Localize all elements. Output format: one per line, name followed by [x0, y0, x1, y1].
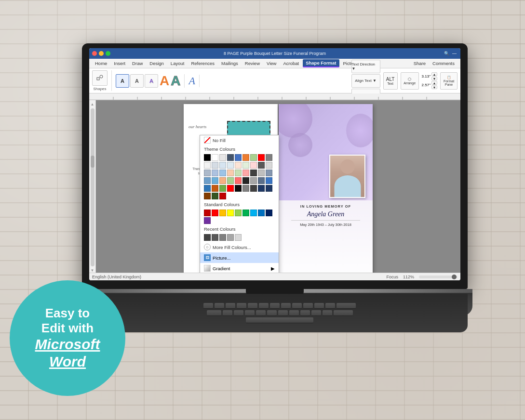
minimize-icon[interactable]: —	[452, 51, 457, 56]
alt-text-button[interactable]: ALT Text	[383, 72, 398, 90]
color-swatch[interactable]	[258, 162, 265, 169]
menu-references[interactable]: References	[188, 60, 217, 67]
color-swatch[interactable]	[266, 170, 272, 176]
format-pane-button[interactable]: 📋 Format Pane	[440, 72, 458, 90]
color-swatch[interactable]	[242, 154, 249, 161]
color-swatch[interactable]	[250, 210, 257, 216]
color-swatch[interactable]	[227, 210, 234, 216]
text-direction-button[interactable]: Text Direction ▼	[351, 60, 380, 73]
color-swatch[interactable]	[219, 177, 226, 184]
menu-shape-format[interactable]: Shape Format	[303, 59, 339, 67]
color-swatch[interactable]	[250, 162, 257, 169]
color-swatch[interactable]	[250, 185, 257, 192]
menu-home[interactable]: Home	[92, 60, 110, 67]
color-swatch[interactable]	[204, 217, 211, 224]
color-swatch[interactable]	[212, 162, 218, 169]
color-swatch[interactable]	[266, 210, 272, 216]
height-down[interactable]: ▼	[431, 77, 437, 80]
color-swatch[interactable]	[250, 170, 257, 176]
color-swatch[interactable]	[212, 170, 218, 176]
align-text-button[interactable]: Align Text ▼	[351, 74, 380, 88]
color-swatch[interactable]	[212, 185, 218, 192]
color-swatch[interactable]	[235, 234, 242, 241]
menu-view[interactable]: View	[264, 60, 279, 67]
text-outline-button[interactable]: A	[130, 74, 144, 88]
menu-insert[interactable]: Insert	[111, 60, 128, 67]
color-swatch[interactable]	[204, 170, 211, 176]
color-swatch[interactable]	[258, 170, 265, 176]
arrange-button[interactable]: ⬡ Arrange	[401, 72, 419, 90]
width-down[interactable]: ▼	[431, 85, 437, 89]
color-swatch[interactable]	[212, 234, 218, 241]
height-up[interactable]: ▲	[431, 72, 437, 76]
color-swatch[interactable]	[227, 154, 234, 161]
color-swatch[interactable]	[242, 185, 249, 192]
color-swatch[interactable]	[235, 177, 242, 184]
color-swatch[interactable]	[219, 154, 226, 161]
color-swatch[interactable]	[242, 170, 249, 176]
color-swatch[interactable]	[212, 154, 218, 161]
color-swatch[interactable]	[227, 162, 234, 169]
color-swatch[interactable]	[204, 185, 211, 192]
color-swatch[interactable]	[219, 193, 226, 199]
text-fill-a-button[interactable]: A	[116, 74, 129, 88]
color-swatch[interactable]	[219, 185, 226, 192]
color-swatch[interactable]	[212, 210, 218, 216]
kbd-row-2	[207, 310, 353, 316]
color-swatch[interactable]	[212, 177, 218, 184]
close-button[interactable]	[92, 51, 97, 56]
color-swatch[interactable]	[219, 162, 226, 169]
color-swatch[interactable]	[266, 154, 272, 161]
color-swatch[interactable]	[258, 210, 265, 216]
search-icon[interactable]: 🔍	[444, 51, 449, 56]
menu-layout[interactable]: Layout	[168, 60, 188, 67]
zoom-slider[interactable]	[419, 276, 458, 278]
color-swatch[interactable]	[235, 170, 242, 176]
more-fill-colours[interactable]: ○ More Fill Colours...	[200, 242, 279, 252]
color-swatch[interactable]	[227, 185, 234, 192]
color-swatch[interactable]	[242, 162, 249, 169]
color-swatch[interactable]	[227, 177, 234, 184]
color-swatch[interactable]	[258, 177, 265, 184]
color-swatch[interactable]	[227, 170, 234, 176]
menu-mailings[interactable]: Mailings	[218, 60, 241, 67]
color-swatch[interactable]	[258, 185, 265, 192]
color-swatch[interactable]	[266, 185, 272, 192]
text-effect-button[interactable]: A	[145, 74, 158, 88]
color-swatch[interactable]	[219, 210, 226, 216]
vertical-scroll[interactable]: ▲ ▼	[89, 100, 96, 273]
color-swatch[interactable]	[219, 234, 226, 241]
color-swatch[interactable]	[258, 154, 265, 161]
width-up[interactable]: ▲	[431, 81, 437, 85]
minimize-button[interactable]	[99, 51, 104, 56]
color-swatch[interactable]	[235, 185, 242, 192]
picture-option[interactable]: 🖼 Picture...	[200, 252, 279, 263]
menu-design[interactable]: Design	[147, 60, 167, 67]
color-swatch[interactable]	[242, 210, 249, 216]
color-swatch[interactable]	[250, 154, 257, 161]
color-swatch[interactable]	[235, 154, 242, 161]
color-swatch[interactable]	[204, 162, 211, 169]
color-swatch[interactable]	[235, 162, 242, 169]
color-swatch[interactable]	[227, 234, 234, 241]
color-swatch[interactable]	[266, 177, 272, 184]
color-swatch[interactable]	[242, 177, 249, 184]
menu-draw[interactable]: Draw	[129, 60, 146, 67]
shapes-button[interactable]	[92, 70, 108, 86]
color-swatch[interactable]	[212, 193, 218, 199]
color-swatch[interactable]	[204, 210, 211, 216]
color-swatch[interactable]	[235, 210, 242, 216]
color-swatch[interactable]	[204, 154, 211, 161]
color-swatch[interactable]	[266, 162, 272, 169]
gradient-option[interactable]: Gradient ▶	[200, 263, 279, 273]
maximize-button[interactable]	[106, 51, 110, 56]
menu-acrobat[interactable]: Acrobat	[280, 60, 302, 67]
scroll-thumb[interactable]	[91, 156, 94, 168]
color-swatch[interactable]	[219, 170, 226, 176]
no-fill-option[interactable]: No Fill	[200, 135, 279, 145]
menu-review[interactable]: Review	[242, 60, 263, 67]
color-swatch[interactable]	[204, 193, 211, 199]
color-swatch[interactable]	[204, 234, 211, 241]
color-swatch[interactable]	[250, 177, 257, 184]
color-swatch[interactable]	[204, 177, 211, 184]
